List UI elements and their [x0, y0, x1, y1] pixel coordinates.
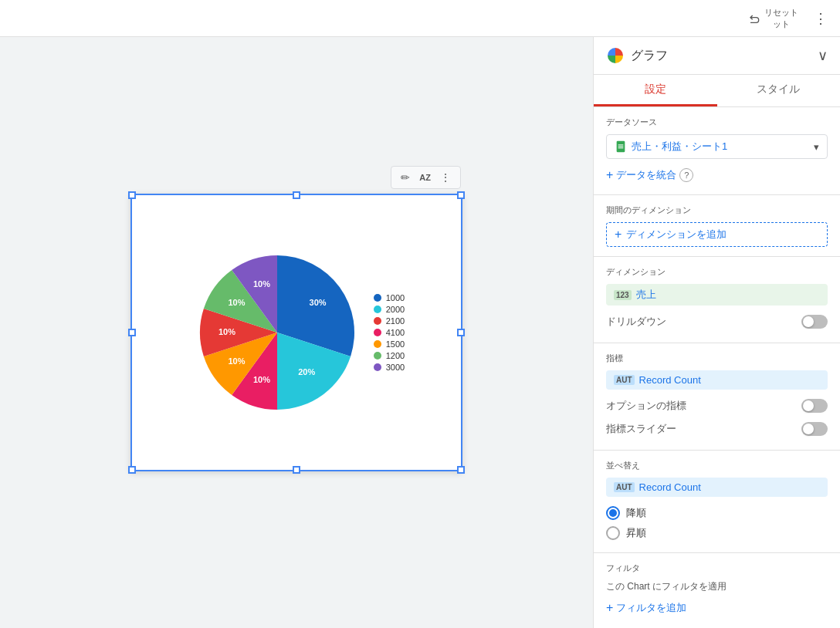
- resize-handle-bl[interactable]: [128, 466, 136, 474]
- optional-metrics-toggle[interactable]: [801, 399, 828, 413]
- add-icon: +: [615, 228, 622, 241]
- sort-asc-label: 昇順: [626, 526, 646, 540]
- reset-label: リセット ット: [764, 7, 798, 30]
- svg-rect-3: [618, 147, 624, 148]
- dimension-name: 売上: [636, 288, 656, 302]
- sheets-icon: [615, 140, 627, 153]
- main-layout: ✏ AZ ⋮ 30%20%10%10%10%10%10% 10002000210…: [0, 37, 840, 628]
- pie-label: 10%: [218, 327, 235, 336]
- panel-title: グラフ: [631, 48, 668, 64]
- metrics-section: 指標 AUT Record Count オプションの指標 指標スライダー: [594, 343, 840, 451]
- pie-chart-svg: 30%20%10%10%10%10%10%: [188, 244, 366, 421]
- pie-label: 30%: [309, 298, 326, 307]
- add-filter-link[interactable]: + フィルタを追加: [606, 598, 828, 618]
- optional-metrics-toggle-knob: [803, 400, 814, 411]
- dimension-label: ディメンション: [606, 266, 828, 278]
- top-bar: リセット ット ⋮: [0, 0, 840, 37]
- sort-asc-row[interactable]: 昇順: [606, 523, 828, 543]
- metrics-badge: AUT: [614, 375, 635, 385]
- metrics-slider-toggle[interactable]: [801, 422, 828, 436]
- add-dimension-button[interactable]: + ディメンションを追加: [606, 222, 828, 247]
- sort-label: 並べ替え: [606, 460, 828, 471]
- chart-content: 30%20%10%10%10%10%10% 100020002100410015…: [147, 211, 445, 454]
- dimension-tag[interactable]: 123 売上: [606, 284, 828, 306]
- pie-label: 10%: [228, 356, 245, 366]
- datasource-left: 売上・利益・シート1: [615, 140, 727, 154]
- legend-item: 4100: [374, 328, 405, 337]
- canvas-area: ✏ AZ ⋮ 30%20%10%10%10%10%10% 10002000210…: [0, 37, 593, 628]
- resize-handle-ml[interactable]: [128, 329, 136, 336]
- datasource-label: データソース: [606, 116, 828, 128]
- chart-toolbar: ✏ AZ ⋮: [391, 166, 461, 189]
- svg-rect-2: [618, 146, 624, 147]
- drilldown-toggle[interactable]: [801, 315, 828, 329]
- combine-data-link[interactable]: + データを統合 ?: [606, 165, 828, 185]
- datasource-section: データソース 売上・利益・シート1 ▾ + データを統合 ?: [594, 107, 840, 195]
- period-dimension-section: 期間のディメンション + ディメンションを追加: [594, 195, 840, 257]
- filter-section: フィルタ この Chart にフィルタを適用 + フィルタを追加: [594, 553, 840, 627]
- metrics-name: Record Count: [639, 374, 701, 386]
- az-sort-button[interactable]: AZ: [416, 171, 434, 184]
- drilldown-toggle-knob: [803, 316, 814, 327]
- sort-desc-row[interactable]: 降順: [606, 503, 828, 523]
- metrics-tag[interactable]: AUT Record Count: [606, 370, 828, 390]
- tab-style[interactable]: スタイル: [717, 75, 841, 106]
- right-panel: グラフ ∨ 設定 スタイル データソース 売上・利益: [593, 37, 840, 628]
- period-dimension-label: 期間のディメンション: [606, 204, 828, 216]
- sort-name: Record Count: [639, 481, 701, 493]
- resize-handle-tr[interactable]: [457, 191, 465, 199]
- pie-label: 10%: [253, 375, 270, 384]
- combine-plus-icon: +: [606, 168, 613, 182]
- edit-button[interactable]: ✏: [398, 170, 413, 185]
- metrics-label: 指標: [606, 353, 828, 364]
- chart-legend: 1000200021004100150012003000: [374, 293, 405, 372]
- optional-metrics-label: オプションの指標: [606, 399, 686, 413]
- reset-button[interactable]: リセット ット: [743, 4, 804, 33]
- legend-item: 1500: [374, 339, 405, 349]
- sort-section: 並べ替え AUT Record Count 降順 昇順: [594, 451, 840, 553]
- dimension-section: ディメンション 123 売上 ドリルダウン: [594, 257, 840, 343]
- sort-desc-radio[interactable]: [606, 506, 620, 520]
- resize-handle-tc[interactable]: [293, 191, 300, 199]
- resize-handle-br[interactable]: [457, 466, 465, 474]
- filter-plus-icon: +: [606, 601, 613, 615]
- datasource-dropdown-icon[interactable]: ▾: [814, 141, 819, 153]
- resize-handle-tl[interactable]: [128, 191, 136, 199]
- legend-item: 2000: [374, 305, 405, 314]
- tab-settings[interactable]: 設定: [594, 75, 717, 106]
- chart-widget[interactable]: ✏ AZ ⋮ 30%20%10%10%10%10%10% 10002000210…: [130, 194, 462, 471]
- metrics-slider-row: 指標スライダー: [606, 417, 828, 441]
- pie-label: 20%: [298, 367, 315, 376]
- drilldown-label: ドリルダウン: [606, 315, 666, 329]
- add-dimension-label: ディメンションを追加: [626, 228, 727, 241]
- combine-help-icon[interactable]: ?: [679, 168, 693, 182]
- metrics-slider-label: 指標スライダー: [606, 422, 676, 436]
- pie-label: 10%: [253, 279, 270, 289]
- undo-icon: [749, 12, 761, 25]
- svg-rect-1: [618, 144, 624, 145]
- legend-item: 1200: [374, 351, 405, 360]
- filter-label: フィルタ: [606, 562, 828, 574]
- sort-badge: AUT: [614, 482, 635, 492]
- dimension-badge: 123: [614, 290, 632, 300]
- datasource-name: 売上・利益・シート1: [632, 140, 727, 154]
- drilldown-toggle-row: ドリルダウン: [606, 310, 828, 333]
- panel-collapse-icon[interactable]: ∨: [818, 47, 828, 64]
- resize-handle-bc[interactable]: [293, 466, 300, 474]
- filter-description: この Chart にフィルタを適用: [606, 580, 828, 593]
- chart-more-button[interactable]: ⋮: [437, 170, 454, 185]
- resize-handle-mr[interactable]: [457, 329, 465, 336]
- add-filter-label: フィルタを追加: [616, 601, 686, 615]
- sort-asc-radio[interactable]: [606, 526, 620, 540]
- legend-item: 3000: [374, 363, 405, 372]
- pie-label: 10%: [228, 298, 245, 307]
- legend-item: 2100: [374, 316, 405, 326]
- sort-desc-label: 降順: [626, 506, 646, 520]
- sort-tag[interactable]: AUT Record Count: [606, 478, 828, 497]
- datasource-row[interactable]: 売上・利益・シート1 ▾: [606, 134, 828, 159]
- more-options-icon[interactable]: ⋮: [811, 7, 831, 30]
- optional-metrics-row: オプションの指標: [606, 394, 828, 417]
- panel-logo: [606, 46, 625, 65]
- panel-title-row: グラフ: [606, 46, 668, 65]
- combine-label: データを統合: [616, 168, 676, 182]
